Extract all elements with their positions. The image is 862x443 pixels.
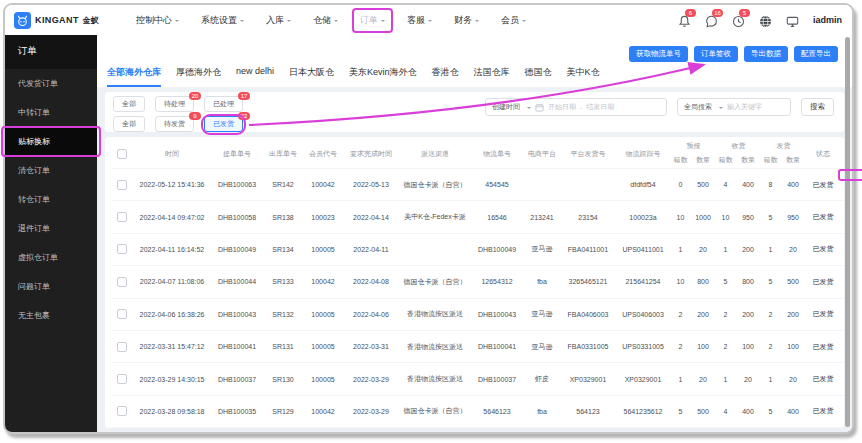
action-link[interactable]: 订单详情 <box>841 407 844 417</box>
cell-forecast-boxes: 10 <box>671 201 690 233</box>
topnav-item[interactable]: 订单 <box>360 14 385 27</box>
vertical-scrollbar[interactable] <box>845 37 850 427</box>
sidebar-item[interactable]: 代发货订单 <box>5 69 97 98</box>
action-link[interactable]: 签收货物 <box>841 364 844 374</box>
action-link[interactable]: 打印面单 <box>841 352 844 362</box>
filter-chip[interactable]: 待发货9 <box>155 116 194 132</box>
action-link[interactable]: 打印面单 <box>841 384 844 394</box>
action-link[interactable]: 签收货物 <box>841 397 844 407</box>
row-checkbox[interactable] <box>117 277 127 287</box>
action-link[interactable]: 打印面单 <box>841 222 844 232</box>
filter-chip[interactable]: 已处理17 <box>204 96 243 112</box>
message-icon[interactable]: 16 <box>705 14 718 27</box>
action-link[interactable]: 订单详情 <box>841 277 844 287</box>
row-checkbox[interactable] <box>117 374 127 384</box>
cell-shipped-boxes: 8 <box>761 169 780 201</box>
checkbox-icon[interactable] <box>117 149 127 159</box>
action-link[interactable]: 打印面单 <box>841 287 844 297</box>
bell-icon[interactable]: 6 <box>678 14 691 27</box>
clock-badge: 5 <box>739 9 750 17</box>
action-link[interactable]: 订单详情 <box>841 374 844 384</box>
action-link[interactable]: 订单详情 <box>841 342 844 352</box>
brand-name-cn: 金蚁 <box>83 15 99 26</box>
sidebar-item[interactable]: 问题订单 <box>5 272 97 301</box>
count-badge: 17 <box>238 92 250 100</box>
global-search-control[interactable]: 全局搜索 输入关键字 <box>677 98 791 116</box>
sidebar-item[interactable]: 中转订单 <box>5 98 97 127</box>
action-link[interactable]: 打印面单 <box>841 416 844 426</box>
keyword-input[interactable]: 输入关键字 <box>727 102 762 112</box>
action-link[interactable]: 签收货物 <box>841 170 844 180</box>
tab[interactable]: 美东Kevin海外仓 <box>349 66 417 87</box>
filter-chip[interactable]: 全部 <box>113 116 145 132</box>
calendar-icon <box>535 103 544 112</box>
sidebar-item[interactable]: 退件订单 <box>5 214 97 243</box>
cell-logistics-no: DHB100043 <box>471 298 523 330</box>
tab[interactable]: 日本大阪仓 <box>289 66 334 87</box>
action-button[interactable]: 获取物流单号 <box>629 46 688 62</box>
topnav-item[interactable]: 仓储 <box>313 14 338 27</box>
filter-chip[interactable]: 待处理20 <box>155 96 194 112</box>
bell-badge: 6 <box>685 9 696 17</box>
action-link[interactable]: 订单详情 <box>841 212 844 222</box>
cell-time: 2022-03-29 14:30:15 <box>133 363 211 395</box>
search-scope-select[interactable]: 全局搜索 <box>684 102 712 112</box>
topnav-item[interactable]: 会员 <box>501 14 526 27</box>
topnav-item[interactable]: 系统设置 <box>201 14 244 27</box>
action-button[interactable]: 订单签收 <box>694 46 738 62</box>
tab[interactable]: 德国仓 <box>525 66 552 87</box>
cell-tracking-no: UPS0331005 <box>615 330 671 362</box>
topnav-item[interactable]: 控制中心 <box>136 14 179 27</box>
action-link[interactable]: 签收货物 <box>841 332 844 342</box>
sidebar-item[interactable]: 无主包裹 <box>5 301 97 330</box>
tab[interactable]: 厚德海外仓 <box>176 66 221 87</box>
filter-chip[interactable]: 全部 <box>113 96 145 112</box>
topnav-item[interactable]: 客服 <box>407 14 432 27</box>
action-link[interactable]: 打印面单 <box>841 319 844 329</box>
row-checkbox[interactable] <box>117 406 127 416</box>
sidebar-item[interactable]: 贴标换标 <box>5 127 97 156</box>
action-button[interactable]: 导出数据 <box>744 46 788 62</box>
row-checkbox[interactable] <box>117 212 127 222</box>
tab[interactable]: 香港仓 <box>432 66 459 87</box>
tab[interactable]: new delhi <box>236 66 274 87</box>
current-user[interactable]: iadmin <box>813 15 842 25</box>
filter-chip[interactable]: 已发货22 <box>204 116 243 132</box>
row-checkbox[interactable] <box>117 244 127 254</box>
count-badge: 9 <box>189 112 201 120</box>
date-range-filter[interactable]: 创建时间 开始日期 - 结束日期 <box>485 98 667 116</box>
monitor-icon[interactable] <box>786 14 799 27</box>
tab[interactable]: 美中K仓 <box>567 66 600 87</box>
globe-icon[interactable] <box>759 14 772 27</box>
clock-icon[interactable]: 5 <box>732 14 745 27</box>
date-start-input[interactable]: 开始日期 <box>548 102 576 112</box>
time-type-select[interactable]: 创建时间 <box>492 102 520 112</box>
sub-column-header: 箱数 <box>671 153 690 169</box>
chevron-down-icon <box>287 20 291 24</box>
search-button[interactable]: 搜索 <box>801 98 834 116</box>
sidebar-item[interactable]: 清仓订单 <box>5 156 97 185</box>
row-checkbox[interactable] <box>117 342 127 352</box>
sidebar-item[interactable]: 虚拟仓订单 <box>5 243 97 272</box>
row-checkbox[interactable] <box>117 180 127 190</box>
action-link[interactable]: 打印面单 <box>841 190 844 200</box>
action-link[interactable]: 订单详情 <box>841 309 844 319</box>
action-link[interactable]: 签收货物 <box>841 300 844 310</box>
action-button[interactable]: 配置导出 <box>794 46 838 62</box>
topnav-item[interactable]: 财务 <box>454 14 479 27</box>
topnav-item[interactable]: 入库 <box>266 14 291 27</box>
action-link[interactable]: 订单详情 <box>841 245 844 255</box>
tab[interactable]: 全部海外仓库 <box>107 66 161 87</box>
tab[interactable]: 法国仓库 <box>474 66 510 87</box>
row-checkbox[interactable] <box>117 309 127 319</box>
select-all-checkbox[interactable] <box>111 139 133 169</box>
sidebar-item[interactable]: 转仓订单 <box>5 185 97 214</box>
cell-forecast-qty: 500 <box>690 395 716 427</box>
action-link[interactable]: 签收货物 <box>841 235 844 245</box>
action-link[interactable]: 签收货物 <box>841 267 844 277</box>
action-link[interactable]: 打印面单 <box>841 254 844 264</box>
action-link[interactable]: 订单详情 <box>841 180 844 190</box>
sub-column-header: 数量 <box>690 153 716 169</box>
date-end-input[interactable]: 结束日期 <box>586 102 614 112</box>
action-link[interactable]: 签收货物 <box>841 202 844 212</box>
